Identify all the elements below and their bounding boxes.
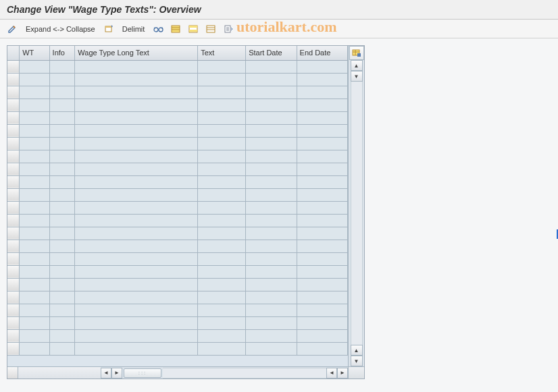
cell-text[interactable]	[198, 227, 246, 240]
cell-start-date[interactable]	[246, 278, 297, 291]
row-selector[interactable]	[7, 316, 20, 329]
cell-long-text[interactable]	[75, 73, 198, 86]
row-selector-header[interactable]	[7, 46, 20, 60]
table-row[interactable]	[7, 150, 348, 163]
cell-info[interactable]	[49, 188, 75, 201]
cell-end-date[interactable]	[297, 214, 347, 227]
cell-wt[interactable]	[20, 163, 49, 175]
cell-info[interactable]	[49, 227, 75, 240]
cell-wt[interactable]	[20, 291, 49, 304]
new-entries-button[interactable]	[102, 22, 116, 36]
cell-long-text[interactable]	[75, 252, 198, 265]
cell-wt[interactable]	[20, 201, 49, 214]
cell-start-date[interactable]	[246, 304, 297, 316]
table-row[interactable]	[7, 316, 348, 329]
cell-start-date[interactable]	[246, 111, 297, 124]
column-header-end-date[interactable]: End Date	[297, 46, 347, 60]
cell-start-date[interactable]	[246, 227, 297, 240]
data-grid[interactable]: WT Info Wage Type Long Text Text Start D…	[7, 46, 348, 356]
table-row[interactable]	[7, 73, 348, 86]
cell-start-date[interactable]	[246, 86, 297, 99]
cell-info[interactable]	[49, 60, 75, 73]
cell-info[interactable]	[49, 201, 75, 214]
cell-long-text[interactable]	[75, 214, 198, 227]
cell-wt[interactable]	[20, 150, 49, 163]
cell-start-date[interactable]	[246, 265, 297, 278]
cell-long-text[interactable]	[75, 342, 198, 355]
row-selector[interactable]	[7, 111, 20, 124]
cell-wt[interactable]	[20, 111, 49, 124]
table-row[interactable]	[7, 329, 348, 342]
scroll-bottom-button[interactable]: ▼	[351, 356, 363, 366]
cell-start-date[interactable]	[246, 188, 297, 201]
table-row[interactable]	[7, 86, 348, 99]
cell-text[interactable]	[198, 214, 246, 227]
table-row[interactable]	[7, 60, 348, 73]
cell-wt[interactable]	[20, 342, 49, 355]
column-header-wt[interactable]: WT	[20, 46, 49, 60]
cell-long-text[interactable]	[75, 175, 198, 188]
cell-end-date[interactable]	[297, 201, 347, 214]
cell-end-date[interactable]	[297, 188, 347, 201]
row-selector[interactable]	[7, 124, 20, 137]
cell-text[interactable]	[198, 201, 246, 214]
cell-info[interactable]	[49, 163, 75, 175]
scroll-up-button[interactable]: ▼	[351, 71, 363, 82]
cell-end-date[interactable]	[297, 60, 347, 73]
cell-long-text[interactable]	[75, 278, 198, 291]
cell-text[interactable]	[198, 99, 246, 111]
cell-long-text[interactable]	[75, 111, 198, 124]
row-selector[interactable]	[7, 150, 20, 163]
cell-start-date[interactable]	[246, 201, 297, 214]
column-header-long-text[interactable]: Wage Type Long Text	[75, 46, 198, 60]
row-selector[interactable]	[7, 278, 20, 291]
cell-text[interactable]	[198, 329, 246, 342]
cell-info[interactable]	[49, 329, 75, 342]
cell-start-date[interactable]	[246, 214, 297, 227]
cell-long-text[interactable]	[75, 150, 198, 163]
row-selector[interactable]	[7, 175, 20, 188]
cell-end-date[interactable]	[297, 137, 347, 150]
cell-start-date[interactable]	[246, 137, 297, 150]
row-selector[interactable]	[7, 252, 20, 265]
cell-wt[interactable]	[20, 99, 49, 111]
cell-text[interactable]	[198, 60, 246, 73]
table-row[interactable]	[7, 111, 348, 124]
cell-long-text[interactable]	[75, 201, 198, 214]
cell-long-text[interactable]	[75, 124, 198, 137]
cell-start-date[interactable]	[246, 175, 297, 188]
cell-info[interactable]	[49, 137, 75, 150]
row-selector[interactable]	[7, 291, 20, 304]
cell-end-date[interactable]	[297, 150, 347, 163]
cell-long-text[interactable]	[75, 86, 198, 99]
table-row[interactable]	[7, 304, 348, 316]
table-settings-button[interactable]	[349, 46, 364, 60]
cell-info[interactable]	[49, 304, 75, 316]
cell-start-date[interactable]	[246, 252, 297, 265]
cell-text[interactable]	[198, 188, 246, 201]
cell-long-text[interactable]	[75, 304, 198, 316]
cell-long-text[interactable]	[75, 163, 198, 175]
table-row[interactable]	[7, 252, 348, 265]
cell-start-date[interactable]	[246, 99, 297, 111]
cell-info[interactable]	[49, 214, 75, 227]
table-row[interactable]	[7, 201, 348, 214]
cell-wt[interactable]	[20, 329, 49, 342]
cell-info[interactable]	[49, 342, 75, 355]
horizontal-scroll-track[interactable]	[163, 368, 326, 379]
cell-wt[interactable]	[20, 60, 49, 73]
cell-wt[interactable]	[20, 73, 49, 86]
row-selector[interactable]	[7, 342, 20, 355]
cell-start-date[interactable]	[246, 163, 297, 175]
cell-end-date[interactable]	[297, 329, 347, 342]
table-row[interactable]	[7, 342, 348, 355]
table-row[interactable]	[7, 188, 348, 201]
cell-wt[interactable]	[20, 175, 49, 188]
cell-text[interactable]	[198, 265, 246, 278]
cell-end-date[interactable]	[297, 252, 347, 265]
column-header-text[interactable]: Text	[198, 46, 246, 60]
cell-info[interactable]	[49, 175, 75, 188]
cell-start-date[interactable]	[246, 124, 297, 137]
table-row[interactable]	[7, 227, 348, 240]
cell-info[interactable]	[49, 291, 75, 304]
